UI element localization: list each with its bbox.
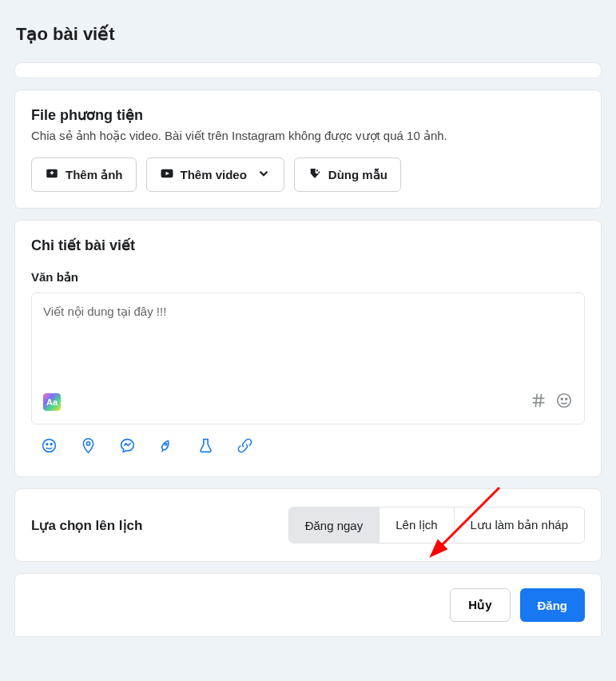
add-photo-label: Thêm ảnh: [66, 168, 123, 182]
svg-point-17: [165, 443, 167, 445]
svg-line-9: [540, 394, 542, 408]
cancel-button[interactable]: Hủy: [450, 588, 510, 622]
page-title: Tạo bài viết: [0, 0, 616, 62]
details-card: Chi tiết bài viết Văn bản Viết nội dung …: [14, 220, 602, 477]
post-textarea-wrap: Viết nội dung tại đây !!! Aa: [31, 293, 585, 424]
hashtag-icon[interactable]: [530, 392, 547, 412]
schedule-segment: Đăng ngay Lên lịch Lưu làm bản nháp: [288, 507, 585, 544]
svg-point-10: [558, 394, 571, 408]
video-icon: [160, 166, 174, 183]
svg-point-11: [561, 398, 562, 400]
add-video-label: Thêm video: [181, 168, 247, 181]
emoji-icon[interactable]: [555, 392, 573, 412]
feeling-icon[interactable]: [41, 437, 58, 457]
post-textarea[interactable]: Viết nội dung tại đây !!!: [43, 305, 573, 385]
photo-plus-icon: [45, 166, 59, 183]
text-style-icon[interactable]: Aa: [43, 393, 61, 411]
messenger-icon[interactable]: [119, 437, 136, 457]
save-draft-button[interactable]: Lưu làm bản nháp: [454, 508, 584, 543]
add-video-button[interactable]: Thêm video: [146, 157, 284, 192]
chevron-down-icon: [253, 166, 271, 183]
svg-point-16: [86, 442, 89, 445]
media-title: File phương tiện: [31, 106, 585, 124]
schedule-card: Lựa chọn lên lịch Đăng ngay Lên lịch Lưu…: [14, 488, 602, 562]
textarea-toolbar: Aa: [43, 392, 573, 412]
use-template-label: Dùng mẫu: [328, 168, 387, 182]
schedule-button[interactable]: Lên lịch: [379, 508, 453, 543]
svg-point-14: [46, 444, 48, 445]
svg-point-15: [50, 444, 52, 445]
post-tools: [31, 424, 585, 460]
template-icon: [308, 166, 322, 183]
svg-point-13: [43, 440, 56, 452]
publish-button[interactable]: Đăng: [520, 588, 586, 622]
link-icon[interactable]: [236, 437, 253, 457]
details-title: Chi tiết bài viết: [31, 237, 585, 254]
footer-card: Hủy Đăng: [14, 573, 602, 637]
publish-now-button[interactable]: Đăng ngay: [289, 508, 380, 543]
text-field-label: Văn bản: [31, 270, 585, 285]
media-buttons: Thêm ảnh Thêm video Dùng mẫu: [31, 157, 585, 192]
media-desc: Chia sẻ ảnh hoặc video. Bài viết trên In…: [31, 129, 585, 143]
top-card-strip: [14, 62, 602, 78]
media-card: File phương tiện Chia sẻ ảnh hoặc video.…: [14, 90, 602, 209]
svg-point-5: [318, 171, 320, 173]
svg-line-8: [535, 394, 537, 408]
use-template-button[interactable]: Dùng mẫu: [294, 157, 401, 192]
boost-icon[interactable]: [158, 437, 175, 457]
location-icon[interactable]: [80, 437, 97, 457]
ab-test-icon[interactable]: [197, 437, 214, 457]
svg-point-12: [566, 398, 567, 400]
schedule-title: Lựa chọn lên lịch: [31, 517, 142, 534]
svg-point-4: [316, 169, 318, 171]
svg-rect-2: [51, 171, 53, 175]
add-photo-button[interactable]: Thêm ảnh: [31, 157, 137, 192]
